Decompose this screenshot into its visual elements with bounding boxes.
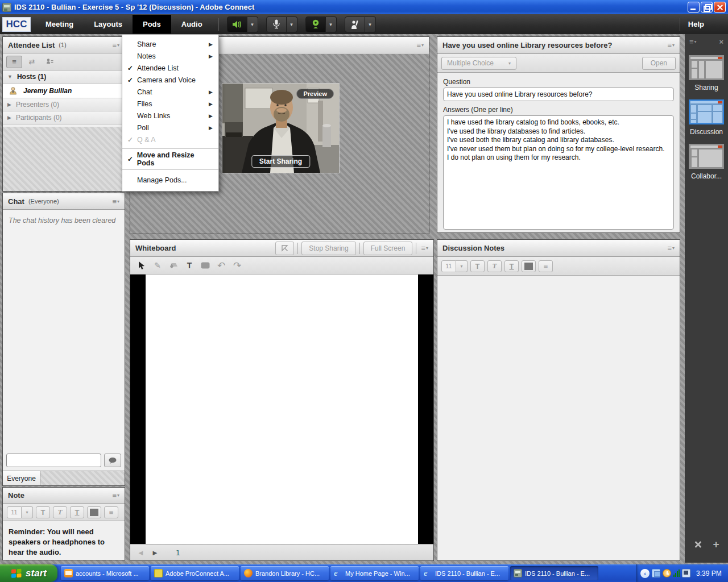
pods-menu-attendee-list[interactable]: ✓Attendee List (122, 62, 218, 74)
webcam-button[interactable] (305, 16, 326, 32)
layout-item-discussion[interactable]: Discussion (685, 99, 728, 136)
note-body-text[interactable]: Reminder: You will need speakers or head… (3, 521, 125, 563)
bullet-list-button[interactable]: ≡ (104, 506, 118, 518)
discussion-notes-options-icon[interactable]: ≡▾ (667, 244, 675, 252)
taskbar-item-my-home-page[interactable]: e My Home Page - Win... (330, 566, 419, 580)
discussion-notes-body[interactable] (437, 276, 680, 560)
participants-group-row[interactable]: ▶ Participants (0) (3, 111, 125, 124)
text-tool[interactable]: T (182, 259, 197, 272)
taskbar-item-accounts[interactable]: accounts - Microsoft ... (61, 566, 149, 580)
pods-menu-files[interactable]: Files▶ (122, 98, 218, 110)
pods-menu-camera-and-voice[interactable]: ✓Camera and Voice (122, 74, 218, 86)
attendee-row-jeremy-bullian[interactable]: Jeremy Bullian (3, 84, 125, 98)
poll-pod-options-icon[interactable]: ≡▾ (667, 41, 675, 49)
webcam-preview-video: Preview Start Sharing (222, 83, 340, 173)
menu-help[interactable]: Help (680, 15, 712, 33)
list-view-button[interactable]: ≡ (6, 56, 22, 68)
eraser-tool[interactable] (166, 259, 181, 272)
speaker-button[interactable] (227, 16, 247, 32)
reminder-clock-tray-icon[interactable] (663, 569, 671, 577)
bold-button[interactable]: T (36, 506, 50, 518)
italic-button[interactable]: T (53, 506, 67, 518)
next-page-icon[interactable]: ► (151, 548, 159, 557)
microphone-dropdown[interactable]: ▾ (287, 16, 297, 32)
underline-button[interactable]: T (504, 260, 519, 272)
menu-layouts[interactable]: Layouts (84, 15, 133, 34)
clock[interactable]: 3:39 PM (696, 569, 722, 577)
layout-item-sharing[interactable]: Sharing (685, 55, 728, 92)
attendee-pod-options-icon[interactable]: ≡▾ (112, 41, 119, 49)
chat-pod-options-icon[interactable]: ≡▾ (112, 198, 119, 205)
whiteboard-pod-options-icon[interactable]: ≡▾ (421, 244, 428, 252)
note-pod-options-icon[interactable]: ≡▾ (112, 492, 119, 499)
taskbar-item-brandon-library[interactable]: Brandon Library - HC... (241, 566, 329, 580)
start-button[interactable]: start (0, 564, 57, 582)
pods-menu-chat[interactable]: Chat▶ (122, 86, 218, 98)
taskbar-item-adobe-proconnect[interactable]: Adobe ProConnect A... (151, 566, 239, 580)
selection-arrow-tool[interactable] (134, 259, 149, 272)
microphone-button[interactable] (266, 16, 287, 32)
text-color-button[interactable] (87, 506, 101, 518)
taskbar-item-ids2110-connect[interactable]: IDS 2110 - Bullian - E... (510, 566, 598, 580)
layouts-options-icon[interactable]: ≡▾ (689, 38, 697, 45)
add-layout-icon[interactable]: + (713, 540, 719, 549)
whiteboard-canvas[interactable] (130, 275, 433, 544)
italic-button[interactable]: T (487, 260, 502, 272)
pointer-tool-button[interactable] (275, 242, 294, 255)
pods-menu-manage-pods[interactable]: Manage Pods... (122, 173, 218, 188)
speaker-dropdown[interactable]: ▾ (247, 16, 258, 32)
menubar-divider (218, 18, 219, 31)
stop-sharing-button[interactable]: Stop Sharing (301, 242, 355, 255)
breakout-view-button[interactable]: ⇄ (24, 56, 40, 68)
taskbar-item-ids2110-browser[interactable]: e IDS 2110 - Bullian - E... (420, 566, 508, 580)
presenters-group-row[interactable]: ▶ Presenters (0) (3, 98, 125, 111)
bold-button[interactable]: T (470, 260, 485, 272)
discussion-font-size-select[interactable]: 11 ▾ (441, 260, 468, 272)
pods-menu-poll[interactable]: Poll▶ (122, 122, 218, 134)
whiteboard-page[interactable] (146, 275, 418, 544)
webcam-dropdown[interactable]: ▾ (326, 16, 337, 32)
start-sharing-button[interactable]: Start Sharing (251, 155, 310, 168)
hosts-group-label: Hosts (1) (17, 73, 46, 81)
menu-pods[interactable]: Pods (133, 15, 171, 34)
submenu-arrow-icon: ▶ (209, 53, 213, 59)
hide-tray-icons-chevron[interactable]: ‹ (640, 569, 650, 578)
pods-menu-notes[interactable]: Notes▶ (122, 50, 218, 62)
firefox-icon (244, 569, 253, 577)
chat-title: Chat (8, 197, 24, 206)
note-font-size-select[interactable]: 11 ▾ (7, 506, 33, 518)
layout-item-collaboration[interactable]: Collabor... (685, 144, 728, 180)
layout-tools-icon[interactable] (693, 540, 702, 549)
pointer-icon (281, 244, 288, 252)
chat-send-button[interactable] (104, 454, 121, 467)
network-signal-tray-icon[interactable] (673, 569, 680, 577)
raise-hand-dropdown[interactable]: ▾ (365, 16, 376, 32)
close-button[interactable] (714, 2, 726, 13)
camera-pod-options-icon[interactable]: ≡▾ (416, 41, 424, 49)
bullet-list-button[interactable]: ≡ (539, 260, 553, 272)
menu-separator (122, 148, 218, 149)
full-screen-button[interactable]: Full Screen (363, 242, 413, 255)
pods-menu-web-links[interactable]: Web Links▶ (122, 110, 218, 122)
menu-audio[interactable]: Audio (171, 15, 213, 34)
chat-message-input[interactable] (6, 454, 101, 467)
shapes-tool[interactable] (198, 259, 213, 272)
restore-button[interactable] (701, 2, 713, 13)
pods-menu-move-and-resize[interactable]: ✓Move and Resize Pods (122, 152, 218, 167)
display-settings-tray-icon[interactable] (652, 569, 660, 577)
poll-answers-area[interactable]: I have used the library catalog to find … (443, 115, 674, 230)
minimize-button[interactable] (688, 2, 700, 13)
poll-question-input[interactable] (443, 88, 674, 101)
chat-tab-everyone[interactable]: Everyone (3, 471, 40, 485)
status-view-button[interactable] (42, 56, 57, 68)
hosts-group-row[interactable]: ▼ Hosts (1) (3, 70, 125, 84)
pencil-tool[interactable]: ✎ (150, 259, 165, 272)
raise-hand-button[interactable] (345, 16, 365, 32)
chevron-down-icon: ▾ (508, 61, 511, 66)
pods-menu-share[interactable]: Share▶ (122, 38, 218, 50)
text-color-button[interactable] (522, 260, 536, 272)
close-layouts-panel-icon[interactable]: × (719, 38, 723, 46)
underline-button[interactable]: T (70, 506, 84, 518)
menu-meeting[interactable]: Meeting (35, 15, 84, 34)
volume-monitor-tray-icon[interactable] (682, 569, 690, 577)
